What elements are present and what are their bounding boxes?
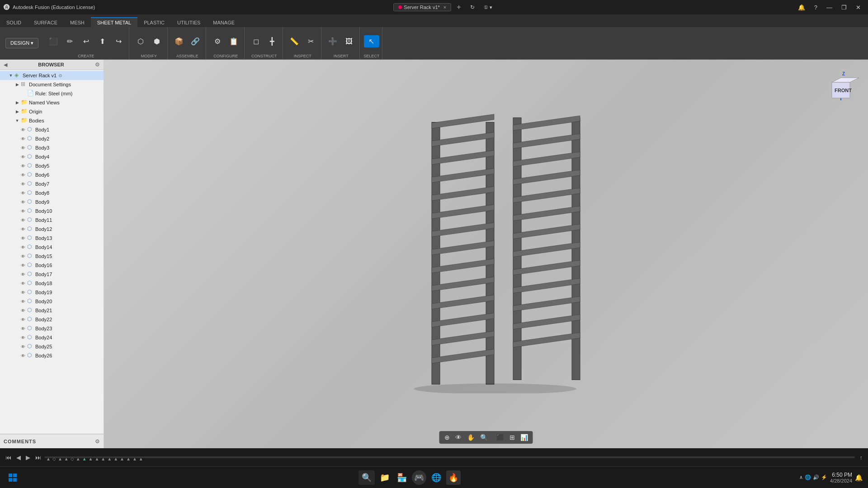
configure-rules-button[interactable]: 📋 xyxy=(226,35,241,47)
zoom-button[interactable]: 🔍 xyxy=(478,432,490,442)
create-convert-button[interactable]: ↩ xyxy=(78,35,94,47)
inspect-section-button[interactable]: ✂ xyxy=(303,35,318,47)
tl-item-8[interactable]: ▲ xyxy=(89,456,93,461)
tree-item-body1[interactable]: 👁 ⬡ Body1 xyxy=(0,125,104,134)
tree-item-body9[interactable]: 👁 ⬡ Body9 xyxy=(0,197,104,206)
restore-button[interactable]: ❐ xyxy=(838,2,850,13)
modify-unfold-button[interactable]: ⬡ xyxy=(133,35,148,47)
tree-item-bodies[interactable]: ▼ 📁 Bodies xyxy=(0,116,104,125)
tl-item-13[interactable]: ▲ xyxy=(120,456,124,461)
tl-item-4[interactable]: ▲ xyxy=(64,456,69,461)
root-settings-icon[interactable]: ⚙ xyxy=(58,73,62,78)
tree-item-body11[interactable]: 👁 ⬡ Body11 xyxy=(0,216,104,225)
construct-axis-button[interactable]: ╋ xyxy=(264,35,280,47)
tree-item-body6[interactable]: 👁 ⬡ Body6 xyxy=(0,170,104,179)
tl-item-16[interactable]: ▲ xyxy=(139,456,143,461)
tab-utilities[interactable]: UTILITIES xyxy=(171,17,207,27)
store-button[interactable]: 🏪 xyxy=(395,470,409,485)
tl-item-5[interactable]: ◇ xyxy=(71,456,74,461)
tree-root[interactable]: ▼ ◈ Server Rack v1 ⚙ xyxy=(0,71,104,80)
inspect-measure-button[interactable]: 📏 xyxy=(287,35,302,47)
create-sketch-button[interactable]: ✏ xyxy=(62,35,77,47)
display-mode-button[interactable]: ⬛ xyxy=(494,432,506,442)
tab-sheet-metal[interactable]: SHEET METAL xyxy=(91,17,137,27)
tree-item-body2[interactable]: 👁 ⬡ Body2 xyxy=(0,134,104,143)
tree-item-body18[interactable]: 👁 ⬡ Body18 xyxy=(0,279,104,288)
browser-collapse-arrow[interactable]: ◀ xyxy=(4,62,7,68)
insert-image-button[interactable]: 🖼 xyxy=(341,36,357,47)
configure-param-button[interactable]: ⚙ xyxy=(210,35,225,47)
timeline-prev-button[interactable]: ◀ xyxy=(14,453,23,462)
create-extrude-button[interactable]: ⬆ xyxy=(94,35,110,47)
timeline-settings-button[interactable]: ↑ xyxy=(858,453,865,462)
clock[interactable]: 6:50 PM 4/28/2024 xyxy=(830,472,852,483)
tree-item-body21[interactable]: 👁 ⬡ Body21 xyxy=(0,306,104,315)
tl-item-14[interactable]: ▲ xyxy=(126,456,131,461)
file-explorer-button[interactable]: 📁 xyxy=(377,470,392,485)
network-icon[interactable]: 🌐 xyxy=(805,474,811,480)
new-tab-button[interactable]: + xyxy=(453,1,464,13)
notification-button[interactable]: 🔔 xyxy=(794,2,809,13)
tl-item-6[interactable]: ▲ xyxy=(76,456,80,461)
account-button[interactable]: ① ▾ xyxy=(480,3,496,12)
look-at-button[interactable]: 👁 xyxy=(453,432,464,442)
game-button[interactable]: 🎮 xyxy=(412,470,426,485)
tree-item-body3[interactable]: 👁 ⬡ Body3 xyxy=(0,143,104,152)
tab-close-btn[interactable]: × xyxy=(443,5,446,10)
chevron-icon[interactable]: ∧ xyxy=(799,474,803,480)
tree-item-body12[interactable]: 👁 ⬡ Body12 xyxy=(0,225,104,234)
create-flange-button[interactable]: ⬛ xyxy=(46,35,61,47)
construct-plane-button[interactable]: ◻ xyxy=(248,35,264,47)
browser-settings-icon[interactable]: ⚙ xyxy=(95,61,100,68)
orbit-button[interactable]: ⊕ xyxy=(442,432,452,442)
comments-bar[interactable]: COMMENTS ⚙ xyxy=(0,434,104,448)
create-bend-button[interactable]: ↪ xyxy=(111,35,126,47)
tl-item-7[interactable]: ▲ xyxy=(82,456,87,461)
modify-refold-button[interactable]: ⬢ xyxy=(149,35,165,47)
tree-item-document-settings[interactable]: ▶ ⊞ Document Settings xyxy=(0,80,104,89)
minimize-button[interactable]: — xyxy=(823,2,836,13)
timeline-start-button[interactable]: ⏮ xyxy=(4,453,13,462)
tree-item-body4[interactable]: 👁 ⬡ Body4 xyxy=(0,152,104,161)
tab-surface[interactable]: SURFACE xyxy=(28,17,64,27)
refresh-button[interactable]: ↻ xyxy=(467,2,478,12)
active-tab-pill[interactable]: Server Rack v1* × xyxy=(393,3,451,11)
tree-item-body17[interactable]: 👁 ⬡ Body17 xyxy=(0,270,104,279)
help-button[interactable]: ? xyxy=(811,2,821,13)
tree-item-body13[interactable]: 👁 ⬡ Body13 xyxy=(0,234,104,243)
tree-item-origin[interactable]: ▶ 📁 Origin xyxy=(0,107,104,116)
volume-icon[interactable]: 🔊 xyxy=(813,474,819,480)
tree-item-body14[interactable]: 👁 ⬡ Body14 xyxy=(0,243,104,252)
assemble-joint-button[interactable]: 🔗 xyxy=(188,35,203,47)
cube-navigator[interactable]: Z FRONT xyxy=(823,69,859,105)
browser-taskbar-button[interactable]: 🌐 xyxy=(429,470,443,485)
tl-item-10[interactable]: ▲ xyxy=(101,456,105,461)
tl-item-1[interactable]: ▲ xyxy=(46,456,51,461)
tab-manage[interactable]: MANAGE xyxy=(207,17,241,27)
tl-item-12[interactable]: ▲ xyxy=(113,456,118,461)
tab-solid[interactable]: SOLID xyxy=(0,17,28,27)
tree-item-body23[interactable]: 👁 ⬡ Body23 xyxy=(0,324,104,333)
tree-item-body19[interactable]: 👁 ⬡ Body19 xyxy=(0,288,104,297)
tree-item-body5[interactable]: 👁 ⬡ Body5 xyxy=(0,161,104,170)
timeline-end-button[interactable]: ⏭ xyxy=(33,453,43,462)
tree-item-body10[interactable]: 👁 ⬡ Body10 xyxy=(0,206,104,216)
timeline-play-button[interactable]: ▶ xyxy=(24,453,32,462)
tab-mesh[interactable]: MESH xyxy=(64,17,91,27)
tree-item-body20[interactable]: 👁 ⬡ Body20 xyxy=(0,297,104,306)
insert-svg-button[interactable]: ➕ xyxy=(325,35,340,47)
tree-item-named-views[interactable]: ▶ 📁 Named Views xyxy=(0,98,104,107)
tl-item-9[interactable]: ▲ xyxy=(94,456,99,461)
pan-button[interactable]: ✋ xyxy=(465,432,477,442)
select-button[interactable]: ↖ xyxy=(364,35,379,47)
grid-button[interactable]: ⊞ xyxy=(507,432,517,442)
tree-item-body8[interactable]: 👁 ⬡ Body8 xyxy=(0,188,104,197)
tree-item-body25[interactable]: 👁 ⬡ Body25 xyxy=(0,342,104,351)
tl-item-3[interactable]: ▲ xyxy=(58,456,62,461)
close-button[interactable]: ✕ xyxy=(852,2,864,13)
tl-item-11[interactable]: ▲ xyxy=(107,456,112,461)
timeline-track[interactable]: ▲ ◇ ▲ ▲ ◇ ▲ ▲ ▲ ▲ ▲ ▲ ▲ ▲ ▲ ▲ ▲ xyxy=(44,456,855,458)
design-button[interactable]: DESIGN ▾ xyxy=(5,38,38,48)
tl-item-15[interactable]: ▲ xyxy=(132,456,137,461)
tree-item-body15[interactable]: 👁 ⬡ Body15 xyxy=(0,252,104,261)
